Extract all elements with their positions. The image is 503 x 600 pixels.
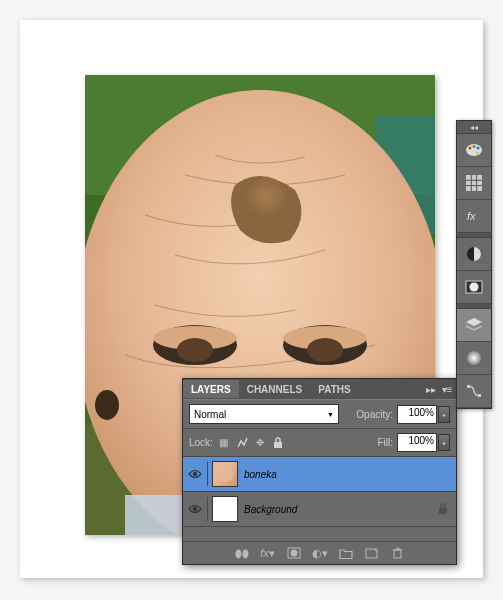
paths-dock-icon[interactable] [457,375,491,408]
panel-menu-icon[interactable]: ▾≡ [440,382,454,396]
tab-channels[interactable]: CHANNELS [239,380,311,398]
svg-rect-34 [467,385,470,388]
swatches-grid-icon[interactable] [457,167,491,200]
layer-empty [183,527,456,542]
lock-transparent-icon[interactable]: ▦ [217,436,231,450]
fill-adjustment-icon[interactable]: ◐▾ [311,546,329,560]
visibility-icon[interactable] [187,466,203,482]
blend-mode-select[interactable]: Normal [189,404,339,424]
visibility-icon[interactable] [187,501,203,517]
svg-rect-15 [274,442,282,448]
svg-rect-18 [439,508,447,514]
lock-icon [438,503,448,515]
svg-point-24 [469,147,472,150]
tab-layers[interactable]: LAYERS [183,380,239,398]
svg-point-26 [477,147,480,150]
document-canvas-frame: LAYERS CHANNELS PATHS ▸▸ ▾≡ Normal Opaci… [20,20,483,578]
lock-fill-row: Lock: ▦ ✥ Fill: 100% ▸ [183,429,456,457]
fill-label: Fill: [377,437,393,448]
svg-point-10 [307,338,343,362]
color-swatches-icon[interactable] [457,134,491,167]
right-tool-dock: ◂◂ fx [456,120,492,409]
svg-point-20 [290,550,297,557]
fill-popup-icon[interactable]: ▸ [438,434,450,451]
channels-dock-icon[interactable] [457,342,491,375]
delete-layer-icon[interactable] [389,546,407,560]
opacity-input[interactable]: 100% [397,405,437,424]
tab-paths[interactable]: PATHS [310,380,358,398]
svg-point-17 [193,507,197,511]
adjustments-icon[interactable] [457,238,491,271]
masks-icon[interactable] [457,271,491,304]
styles-fx-icon[interactable]: fx [457,200,491,233]
opacity-popup-icon[interactable]: ▸ [438,406,450,423]
svg-point-25 [473,145,476,148]
panel-tab-bar: LAYERS CHANNELS PATHS ▸▸ ▾≡ [183,379,456,399]
layer-row[interactable]: boneka [183,457,456,492]
layers-footer: ⬮⬮ fx▾ ◐▾ [183,542,456,564]
layer-thumbnail[interactable] [212,496,238,522]
layer-name[interactable]: boneka [244,469,452,480]
layer-style-icon[interactable]: fx▾ [259,546,277,560]
opacity-label: Opacity: [356,409,393,420]
svg-point-27 [476,152,479,155]
link-layers-icon[interactable]: ⬮⬮ [233,546,251,560]
svg-text:fx: fx [467,210,476,222]
layer-thumbnail[interactable] [212,461,238,487]
layer-mask-icon[interactable] [285,546,303,560]
new-layer-icon[interactable] [363,546,381,560]
lock-label: Lock: [189,437,213,448]
svg-point-32 [470,283,479,292]
layer-list: boneka Background [183,457,456,542]
layers-panel: LAYERS CHANNELS PATHS ▸▸ ▾≡ Normal Opaci… [182,378,457,565]
svg-point-9 [177,338,213,362]
svg-rect-22 [394,550,401,558]
group-icon[interactable] [337,546,355,560]
svg-point-16 [193,472,197,476]
lock-all-icon[interactable] [271,436,285,450]
layer-name[interactable]: Background [244,504,438,515]
dock-collapse-icon[interactable]: ◂◂ [457,121,491,134]
blend-opacity-row: Normal Opacity: 100% ▸ [183,399,456,429]
svg-point-33 [467,351,481,365]
layer-row[interactable]: Background [183,492,456,527]
lock-image-icon[interactable] [235,436,249,450]
collapse-icon[interactable]: ▸▸ [424,382,438,396]
lock-position-icon[interactable]: ✥ [253,436,267,450]
svg-rect-35 [478,394,481,397]
layers-dock-icon[interactable] [457,309,491,342]
svg-rect-28 [466,175,482,191]
fill-input[interactable]: 100% [397,433,437,452]
svg-point-13 [95,390,119,420]
